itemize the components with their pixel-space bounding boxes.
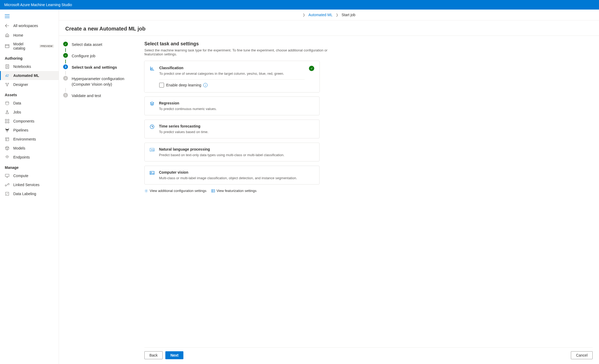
environments-icon [5, 137, 10, 142]
svg-rect-13 [6, 138, 9, 141]
view-config-link[interactable]: View additional configuration settings [144, 189, 206, 193]
sidebar-data-labeling[interactable]: Data Labeling [0, 189, 59, 198]
back-button[interactable]: Back [144, 351, 163, 359]
svg-point-2 [6, 83, 7, 84]
wizard-steps: ✓ Select data asset ✓ Configure job 3 Se… [59, 36, 138, 364]
chevron-right-icon: ❯ [336, 13, 338, 17]
sidebar-models[interactable]: Models [0, 144, 59, 153]
sidebar-pipelines[interactable]: Pipelines [0, 126, 59, 135]
step-select-task[interactable]: 3 Select task and settings [63, 63, 134, 71]
sidebar-notebooks[interactable]: Notebooks [0, 62, 59, 71]
task-desc: Predict based on text-only data types us… [159, 153, 314, 157]
hamburger-menu[interactable] [0, 12, 59, 21]
sidebar-data[interactable]: Data [0, 99, 59, 108]
section-heading: Select task and settings [144, 41, 593, 47]
svg-rect-15 [5, 174, 9, 177]
task-timeseries[interactable]: Time series forecasting To predict value… [144, 120, 320, 138]
svg-rect-8 [5, 122, 7, 123]
gear-icon [144, 189, 148, 193]
sidebar-label: Components [13, 119, 34, 123]
wizard-footer: Back Next Cancel [144, 347, 593, 364]
sidebar-jobs[interactable]: Jobs [0, 108, 59, 117]
topbar: Microsoft Azure Machine Learning Studio [0, 0, 599, 10]
step-validate[interactable]: 5 Validate and test [63, 92, 134, 99]
info-icon[interactable]: i [203, 83, 208, 87]
edit-icon [5, 191, 10, 196]
step-select-data-asset[interactable]: ✓ Select data asset [63, 41, 134, 48]
task-desc: To predict continuous numeric values. [159, 107, 314, 111]
text-icon: Abc [149, 147, 155, 152]
section-manage: Manage [0, 162, 59, 171]
sidebar-label: Environments [13, 137, 36, 141]
sidebar-automated-ml[interactable]: Automated ML [0, 71, 59, 80]
clock-icon [149, 124, 155, 129]
app-title: Microsoft Azure Machine Learning Studio [4, 3, 72, 7]
svg-point-4 [7, 85, 8, 86]
svg-rect-6 [5, 119, 7, 121]
task-classification[interactable]: Classification To predict one of several… [144, 61, 320, 92]
section-subtitle: Select the machine learning task type fo… [144, 48, 346, 56]
sidebar-label: Designer [13, 82, 28, 87]
enable-deep-learning-checkbox[interactable] [159, 83, 164, 87]
link-icon [5, 182, 10, 187]
check-icon: ✓ [63, 42, 68, 46]
task-regression[interactable]: Regression To predict continuous numeric… [144, 97, 320, 115]
breadcrumb-current: Start job [342, 13, 355, 17]
grid-icon [5, 119, 10, 124]
bar-chart-icon [150, 66, 155, 71]
cancel-button[interactable]: Cancel [571, 351, 593, 359]
next-button[interactable]: Next [165, 351, 183, 359]
task-title: Regression [159, 101, 314, 105]
sidebar-label: Data Labeling [13, 192, 36, 196]
data-icon [5, 101, 10, 106]
task-computer-vision[interactable]: Computer vision Multi-class or multi-lab… [144, 166, 320, 185]
link-label: View featurization settings [217, 189, 257, 193]
step-number: 5 [63, 93, 68, 98]
step-number: 3 [63, 64, 68, 69]
sidebar-label: Model catalog [13, 42, 36, 50]
sidebar-label: Home [13, 33, 23, 37]
home-icon [5, 33, 10, 38]
sidebar-home[interactable]: Home [0, 31, 59, 40]
sidebar-designer[interactable]: Designer [0, 80, 59, 89]
task-desc: To predict values based on time. [159, 130, 314, 134]
check-icon: ✓ [63, 53, 68, 58]
sidebar-model-catalog[interactable]: Model catalog PREVIEW [0, 40, 59, 52]
designer-icon [5, 82, 10, 87]
svg-point-22 [146, 190, 147, 191]
sidebar-components[interactable]: Components [0, 117, 59, 126]
svg-point-12 [7, 131, 8, 132]
svg-point-10 [5, 128, 6, 129]
sidebar-label: Automated ML [13, 73, 39, 78]
notebook-icon [5, 64, 10, 69]
svg-point-21 [151, 172, 152, 173]
sidebar-label: Compute [13, 174, 28, 178]
cube-icon [5, 146, 10, 151]
sidebar-label: Endpoints [13, 155, 30, 159]
chevron-right-icon: ❯ [303, 13, 305, 17]
selected-check-icon: ✓ [309, 66, 314, 71]
arrow-left-icon [5, 23, 10, 28]
sidebar-compute[interactable]: Compute [0, 171, 59, 180]
link-label: View additional configuration settings [150, 189, 206, 193]
breadcrumb: ❯ Automated ML ❯ Start job [59, 10, 599, 20]
sidebar-environments[interactable]: Environments [0, 135, 59, 144]
step-configure-job[interactable]: ✓ Configure job [63, 52, 134, 60]
back-all-workspaces[interactable]: All workspaces [0, 21, 59, 31]
svg-rect-9 [8, 122, 9, 123]
step-hyperparameter[interactable]: 4 Hyperparameter configuration (Computer… [63, 75, 134, 88]
monitor-icon [5, 173, 10, 178]
sidebar-linked-services[interactable]: Linked Services [0, 180, 59, 189]
task-nlp[interactable]: Abc Natural language processing Predict … [144, 143, 320, 161]
svg-point-3 [8, 83, 9, 84]
endpoint-icon [5, 155, 10, 160]
svg-rect-7 [8, 119, 9, 121]
sidebar-endpoints[interactable]: Endpoints [0, 153, 59, 162]
svg-text:Abc: Abc [151, 149, 155, 151]
flask-icon [5, 110, 10, 115]
image-icon [149, 170, 155, 176]
breadcrumb-automated-ml[interactable]: Automated ML [308, 13, 333, 17]
automl-icon [5, 73, 10, 78]
page-title: Create a new Automated ML job [59, 20, 599, 36]
view-featurization-link[interactable]: View featurization settings [211, 189, 257, 193]
